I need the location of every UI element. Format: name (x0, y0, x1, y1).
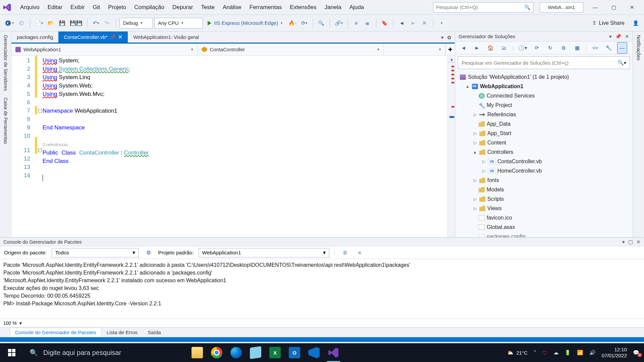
new-project-button[interactable]: 📄▾ (34, 17, 44, 29)
vertical-scrollbar[interactable]: ▴ (447, 56, 455, 237)
pmc-output[interactable]: Pacote 'Microsoft.AspNet.Identity.Entity… (0, 259, 644, 318)
save-all-button[interactable]: 💾💾 (68, 17, 84, 29)
tray-security-icon[interactable]: 🛡 (542, 350, 547, 356)
tree-solution[interactable]: Solução 'WebApplication1' (1 de 1 projet… (455, 72, 633, 82)
se-collapse-button[interactable]: ⧉ (559, 42, 569, 54)
pmc-zoom[interactable]: 100 %▾ (0, 318, 644, 327)
window-maximize-button[interactable]: ▢ (604, 1, 623, 14)
outlining-margin[interactable]: − − (37, 56, 43, 237)
nav-forward-button[interactable] (16, 17, 26, 29)
pane-close-icon[interactable]: ✕ (636, 239, 641, 245)
nav-back-button[interactable]: ▾ (3, 17, 15, 29)
tree-controllers[interactable]: ▲Controllers (455, 147, 633, 157)
redo-button[interactable]: ↷▾ (102, 17, 112, 29)
menu-arquivo[interactable]: Arquivo (16, 2, 44, 13)
close-tab-icon[interactable]: ✕ (118, 34, 122, 40)
tree-global-asax[interactable]: Global.asax (455, 223, 633, 232)
pmc-project-dropdown[interactable]: WebApplication1▾ (199, 248, 329, 257)
nav-class-dropdown[interactable]: ContaController▾ (198, 44, 384, 55)
tree-connected-services[interactable]: Connected Services (455, 91, 633, 101)
taskbar-vscode[interactable] (305, 343, 323, 362)
se-code-button[interactable]: <> (590, 42, 600, 54)
start-debug-button[interactable]: IIS Express (Microsoft Edge)▾ (204, 17, 286, 29)
solution-explorer-search-input[interactable] (462, 60, 618, 66)
pane-close-icon[interactable]: ✕ (625, 34, 629, 40)
menu-extensoes[interactable]: Extensões (286, 2, 320, 13)
se-sync-button[interactable]: ⟳ (532, 42, 542, 54)
tree-models[interactable]: Models (455, 185, 633, 194)
pane-pin-icon[interactable]: 📌 (615, 34, 622, 40)
se-show-all-button[interactable]: ▦ (572, 42, 582, 54)
taskbar-file-explorer[interactable] (188, 343, 207, 362)
tree-references[interactable]: ▷Referências (455, 110, 633, 119)
split-handle[interactable]: ▴ (448, 56, 455, 62)
menu-janela[interactable]: Janela (321, 2, 345, 13)
save-button[interactable]: 💾 (57, 17, 67, 29)
menu-editar[interactable]: Editar (44, 2, 66, 13)
codelens-references[interactable]: 0 referências (43, 142, 68, 147)
pane-maximize-icon[interactable]: ▢ (628, 239, 633, 245)
tree-project[interactable]: ▲WebApplication1 (455, 82, 633, 91)
solution-explorer-search[interactable]: 🔍▾ (458, 56, 630, 69)
solution-config-dropdown[interactable]: Debug▾ (119, 18, 153, 28)
tray-battery-icon[interactable]: 🔋 (565, 350, 571, 356)
menu-exibir[interactable]: Exibir (66, 2, 89, 13)
pmc-origin-dropdown[interactable]: Todos▾ (52, 248, 139, 257)
window-minimize-button[interactable]: — (586, 1, 604, 14)
tray-volume-icon[interactable]: 🔊 (589, 350, 596, 356)
tooltab-output[interactable]: Saída (143, 328, 165, 337)
menu-ferramentas[interactable]: Ferramentas (246, 2, 286, 13)
menu-teste[interactable]: Teste (197, 2, 219, 13)
tray-wifi-icon[interactable]: 📶 (577, 350, 583, 356)
taskbar-chrome[interactable] (207, 343, 226, 362)
se-switch-views-button[interactable]: 🗂 (499, 42, 509, 54)
tray-clock[interactable]: 12:1007/01/2022 (602, 347, 627, 359)
window-close-button[interactable]: ✕ (623, 1, 641, 14)
bookmark-toggle-button[interactable]: 🔖 (380, 17, 390, 29)
code-text[interactable]: Using System; Using System.Collections.G… (43, 56, 447, 237)
solution-tree[interactable]: Solução 'WebApplication1' (1 de 1 projet… (455, 71, 633, 237)
tray-notifications-icon[interactable]: 💬 (633, 350, 639, 356)
taskbar-outlook[interactable]: O (285, 343, 304, 362)
server-explorer-tab[interactable]: Gerenciador de Servidores (3, 35, 8, 91)
find-in-files-button[interactable]: 🔍 (316, 17, 326, 29)
hot-reload-button[interactable]: 🔥▾ (287, 17, 298, 29)
tray-overflow-icon[interactable]: ˄ (534, 350, 536, 356)
pmc-stop-button[interactable]: ■ (355, 247, 365, 258)
tree-packages-config[interactable]: packages.config (455, 232, 633, 237)
tree-contacontroller[interactable]: ▷VBContaController.vb (455, 157, 633, 166)
menu-analise[interactable]: Análise (219, 2, 246, 13)
se-preview-button[interactable]: — (617, 42, 627, 54)
tree-homecontroller[interactable]: ▷VBHomeController.vb (455, 166, 633, 176)
feedback-button[interactable]: 👤 (631, 17, 641, 29)
taskbar-excel[interactable]: X (266, 343, 284, 362)
live-share-button[interactable]: ⇪Live Share (587, 20, 630, 26)
split-view-button[interactable]: ✚ (445, 44, 455, 55)
tree-scripts[interactable]: ▷Scripts (455, 194, 633, 204)
se-pending-changes-button[interactable]: 🕓▾ (517, 42, 529, 54)
pmc-settings-button[interactable]: ⚙ (144, 247, 154, 258)
pane-dropdown-icon[interactable]: ▾ (622, 239, 625, 245)
taskbar-search[interactable]: 🔍Digite aqui para pesquisar (23, 343, 181, 362)
se-refresh-button[interactable]: ↻ (545, 42, 555, 54)
comment-button[interactable]: ≡ (351, 17, 361, 29)
quick-launch-search[interactable]: 🔍 (433, 2, 534, 12)
tab-contacontroller[interactable]: ContaController.vb*📌✕ (58, 32, 128, 43)
browser-link-button[interactable]: 🔗▾ (333, 17, 344, 29)
se-home-button[interactable]: 🏠 (485, 42, 495, 54)
active-files-dropdown[interactable]: ▾ (441, 35, 444, 41)
tray-onedrive-icon[interactable]: ☁ (553, 350, 558, 356)
pmc-list-button[interactable]: ≣ (340, 247, 350, 258)
quick-launch-input[interactable] (436, 4, 524, 10)
tray-weather[interactable]: ⛅21°C (507, 350, 528, 356)
tab-overview[interactable]: WebApplication1: Visão geral (128, 32, 204, 43)
tooltab-pmc[interactable]: Console do Gerenciador de Pacotes (10, 328, 101, 337)
bookmark-next-button[interactable]: ► (408, 17, 418, 29)
code-editor[interactable]: 12345678910 11121314 − − Using System; U… (11, 56, 455, 237)
window-options-icon[interactable]: ✿ (447, 35, 451, 41)
browser-refresh-button[interactable]: ⟳▾ (299, 17, 309, 29)
tree-views[interactable]: ▷Views (455, 204, 633, 213)
se-back-button[interactable]: ◄ (459, 42, 469, 54)
menu-git[interactable]: Git (89, 2, 104, 13)
taskbar-visual-studio[interactable] (324, 343, 343, 362)
